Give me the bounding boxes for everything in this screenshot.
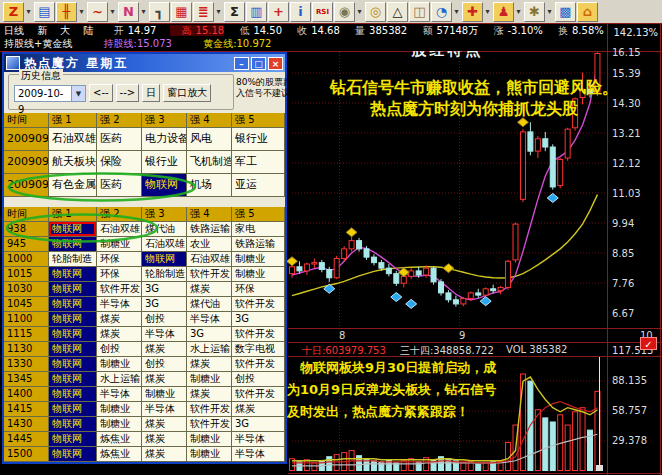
cross-icon[interactable]: ✚ [462,2,483,22]
table-row[interactable]: 1030物联网软件开发3G煤炭环保 [4,282,285,297]
hot-sector-cell[interactable]: 物联网 [49,402,97,417]
trend-tool-icon[interactable]: Z [3,2,24,22]
pie-chart-icon-dropdown[interactable]: ▾ [452,2,461,22]
period-label[interactable]: 日线 [4,25,24,36]
hot-sector-cell[interactable]: 物联网 [49,297,97,312]
sector-cell[interactable]: 石油双雄 [142,237,187,252]
hot-sector-cell[interactable]: 物联网 [49,447,97,462]
triangle-chart-icon[interactable]: △ [387,2,408,22]
table-row[interactable]: 1500物联网炼焦业煤炭制糖业半导体 [4,447,285,462]
hot-sector-cell[interactable]: 物联网 [49,357,97,372]
close-button[interactable]: × [268,57,283,70]
time-cell[interactable]: 1345 [4,372,49,387]
time-cell[interactable]: 1400 [4,387,49,402]
date-select[interactable]: 2009-10- 9 [14,85,72,102]
gun-icon[interactable]: ┓ [149,2,170,22]
sector-cell[interactable]: 煤炭 [187,387,232,402]
date-dropdown-icon[interactable]: ▼ [72,85,86,102]
table-row[interactable]: 20090929航天板块保险银行业飞机制造军工 [4,151,285,174]
time-cell[interactable]: 1045 [4,297,49,312]
sector-cell[interactable]: 制糖业 [97,237,142,252]
sector-cell[interactable]: 制糖业 [187,447,232,462]
table-row[interactable]: 1045物联网半导体3G煤代油软件开发 [4,297,285,312]
table-row[interactable]: 1345物联网水上运输煤炭制糖业创投 [4,372,285,387]
table-row[interactable]: 1430物联网制糖业煤炭软件开发3G [4,417,285,432]
day-button[interactable]: 日 [142,84,160,102]
sector-cell[interactable]: 银行业 [232,128,285,151]
time-cell[interactable]: 945 [4,237,49,252]
candlestick-icon-dropdown[interactable]: ▾ [77,2,86,22]
sector-cell[interactable]: 数字电视 [232,342,285,357]
sector-cell[interactable]: 炼焦业 [97,432,142,447]
coin-icon[interactable]: ◎ [365,2,386,22]
sector-cell[interactable]: 环保 [97,267,142,282]
sector-cell[interactable]: 软件开发 [187,267,232,282]
sector-cell[interactable]: 煤炭 [142,447,187,462]
eye-icon[interactable]: ◉ [334,2,355,22]
sector-cell[interactable]: 家电 [232,222,285,237]
window-zoom-button[interactable]: 窗口放大 [163,84,211,102]
figure-icon[interactable]: ♟ [493,2,514,22]
time-cell[interactable]: 20090928 [4,128,49,151]
time-cell[interactable]: 20090929 [4,151,49,174]
hot-sector-cell[interactable]: 物联网 [49,222,97,237]
mosaic-icon[interactable]: ▩ [555,2,576,22]
home-icon[interactable]: ⌂ [577,2,598,22]
pie-chart-icon[interactable]: ◔ [431,2,452,22]
red-grid-icon[interactable]: ≣ [193,2,214,22]
table-row[interactable]: 20090928石油双雄医药电力设备风电银行业 [4,128,285,151]
sector-cell[interactable]: 软件开发 [232,297,285,312]
sector-cell[interactable]: 制糖业 [142,387,187,402]
sector-cell[interactable]: 半导体 [97,387,142,402]
sector-cell[interactable]: 环保 [97,252,142,267]
disk-icon[interactable]: ▥ [246,2,267,22]
time-cell[interactable]: 1030 [4,282,49,297]
sector-cell[interactable]: 煤炭 [187,282,232,297]
sector-cell[interactable]: 半导体 [97,297,142,312]
sector-cell[interactable]: 创投 [97,342,142,357]
sector-cell[interactable]: 制糖业 [232,267,285,282]
sector-cell[interactable]: 石油双雄 [187,252,232,267]
table-row[interactable]: 1115物联网煤炭半导体3G软件开发 [4,327,285,342]
camera-icon[interactable]: ◫ [409,2,430,22]
cross-icon-dropdown[interactable]: ▾ [483,2,492,22]
time-cell[interactable]: 938 [4,222,49,237]
info-icon[interactable]: i [290,2,311,22]
sector-cell[interactable]: 煤炭 [142,417,187,432]
sector-cell[interactable]: 煤炭 [142,342,187,357]
hot-sector-cell[interactable]: 物联网 [49,267,97,282]
sector-cell[interactable]: 电力设备 [142,128,187,151]
sector-cell[interactable]: 软件开发 [232,357,285,372]
sector-cell[interactable]: 水上运输 [97,372,142,387]
sector-cell[interactable]: 铁路运输 [187,222,232,237]
sector-cell[interactable]: 煤炭 [142,432,187,447]
sector-cell[interactable]: 机场 [187,174,232,197]
polyline-icon-dropdown[interactable]: ▾ [139,2,148,22]
time-cell[interactable]: 1100 [4,312,49,327]
time-cell[interactable]: 1430 [4,417,49,432]
hot-sector-cell[interactable]: 物联网 [49,372,97,387]
sector-cell[interactable]: 保险 [97,151,142,174]
sector-cell[interactable]: 有色金属 [49,174,97,197]
plugin-icon[interactable]: + [268,2,289,22]
sector-cell[interactable]: 轮胎制造 [142,267,187,282]
hot-sector-cell[interactable]: 物联网 [49,342,97,357]
sector-cell[interactable]: 煤代油 [142,222,187,237]
line-chart-icon-dropdown[interactable]: ▾ [108,2,117,22]
sector-cell[interactable]: 制糖业 [187,432,232,447]
sector-cell[interactable]: 制糖业 [97,402,142,417]
polyline-icon[interactable]: N [118,2,139,22]
time-cell[interactable]: 1500 [4,447,49,462]
sector-cell[interactable]: 轮胎制造 [49,252,97,267]
time-cell[interactable]: 1415 [4,402,49,417]
sector-cell[interactable]: 软件开发 [97,282,142,297]
table-row[interactable]: 1000轮胎制造环保物联网石油双雄制糖业 [4,252,285,267]
sector-cell[interactable]: 银行业 [142,151,187,174]
hot-sector-cell[interactable]: 物联网 [49,417,97,432]
sector-cell[interactable]: 煤炭 [97,327,142,342]
sector-cell[interactable]: 半导体 [232,432,285,447]
sector-cell[interactable]: 煤炭 [232,402,285,417]
sector-cell[interactable]: 创投 [142,312,187,327]
time-cell[interactable]: 1115 [4,327,49,342]
next-day-button[interactable]: --> [116,84,140,102]
